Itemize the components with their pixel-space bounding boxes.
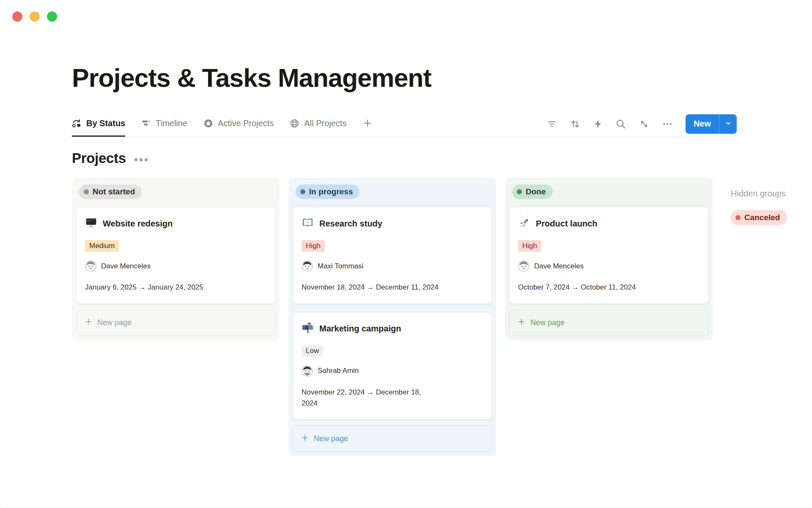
status-dot — [84, 189, 89, 194]
new-button-dropdown[interactable] — [719, 114, 737, 134]
status-dot — [735, 215, 741, 220]
view-controls: New — [546, 111, 737, 137]
card-date-range: November 22, 2024 → December 18, 2024 — [302, 387, 428, 409]
globe-icon — [290, 119, 299, 128]
avatar — [518, 260, 529, 272]
tab-by-status[interactable]: By Status — [72, 111, 125, 137]
assignee-row: Dave Menceles — [85, 260, 266, 272]
section-header: Projects — [72, 150, 737, 166]
avatar — [85, 260, 96, 272]
group-header-in-progress[interactable]: In progress — [296, 185, 359, 199]
tab-timeline[interactable]: Timeline — [141, 111, 187, 137]
tab-all-projects[interactable]: All Projects — [290, 111, 346, 137]
new-button[interactable]: New — [686, 114, 737, 134]
project-card-research-study[interactable]: Research study High Maxi Tommasi — [293, 207, 492, 304]
filter-icon[interactable] — [546, 119, 557, 130]
new-page-button[interactable]: New page — [509, 310, 708, 336]
column-in-progress: In progress Research study Hig — [288, 178, 496, 456]
tab-label: All Projects — [304, 119, 346, 128]
open-book-icon — [302, 217, 314, 231]
new-page-label: New page — [530, 318, 565, 327]
tab-label: Timeline — [156, 119, 187, 128]
timeline-icon — [141, 119, 151, 128]
assignee-row: Dave Menceles — [518, 260, 700, 272]
avatar — [302, 260, 313, 272]
card-title: Research study — [319, 219, 382, 229]
status-dot — [517, 189, 522, 194]
column-not-started: Not started Website redesign — [72, 178, 280, 340]
rocket-icon — [518, 217, 530, 231]
fullscreen-window-button[interactable] — [47, 11, 57, 22]
new-page-button[interactable]: New page — [293, 425, 492, 452]
group-header-not-started[interactable]: Not started — [79, 185, 142, 199]
plus-icon — [362, 118, 373, 130]
card-date-range: January 6, 2025 → January 24, 2025 — [85, 282, 266, 293]
chevron-down-icon — [724, 119, 732, 129]
card-title: Product launch — [536, 219, 598, 229]
avatar — [302, 365, 313, 377]
card-title: Website redesign — [103, 219, 173, 229]
card-date-range: November 18, 2024 → December 11, 2024 — [302, 282, 483, 293]
priority-badge: High — [302, 240, 325, 252]
tab-active-projects[interactable]: Active Projects — [203, 111, 274, 137]
plus-icon — [301, 433, 309, 444]
status-board-icon — [72, 119, 82, 128]
project-card-website-redesign[interactable]: Website redesign Medium Dave Men — [76, 207, 275, 304]
group-label: Canceled — [744, 213, 780, 222]
automation-icon[interactable] — [593, 119, 603, 129]
search-icon[interactable] — [615, 119, 626, 130]
minimize-window-button[interactable] — [30, 11, 40, 22]
hidden-groups-rail: Hidden groups Canceled — [731, 178, 807, 225]
ellipsis-icon[interactable] — [134, 156, 148, 161]
hidden-group-canceled[interactable]: Canceled — [731, 210, 787, 225]
new-page-button[interactable]: New page — [76, 310, 275, 336]
window-controls — [12, 11, 57, 22]
assignee-row: Maxi Tommasi — [302, 260, 483, 272]
assignee-name: Dave Menceles — [101, 262, 151, 271]
expand-icon[interactable] — [639, 119, 650, 130]
card-date-range: October 7, 2024 → October 11, 2024 — [518, 282, 700, 293]
column-done: Done — [505, 178, 713, 340]
view-tabbar: By Status Timeline — [72, 111, 737, 137]
hidden-groups-label: Hidden groups — [731, 189, 807, 199]
new-page-label: New page — [314, 434, 348, 443]
sort-icon[interactable] — [570, 119, 581, 130]
priority-badge: High — [518, 240, 541, 252]
assignee-name: Sohrab Amin — [318, 367, 359, 375]
group-header-done[interactable]: Done — [512, 185, 553, 199]
new-button-label[interactable]: New — [686, 114, 719, 134]
assignee-row: Sohrab Amin — [302, 365, 483, 377]
new-page-label: New page — [97, 318, 132, 327]
group-label: Not started — [93, 187, 135, 196]
tab-label: Active Projects — [218, 119, 274, 128]
assignee-name: Maxi Tommasi — [318, 262, 363, 271]
tab-label: By Status — [86, 119, 125, 128]
page-title: Projects & Tasks Management — [72, 0, 737, 92]
add-view-button[interactable] — [362, 111, 373, 137]
star-circle-icon — [203, 119, 213, 128]
app-window: Projects & Tasks Management By Status — [0, 0, 812, 508]
status-dot — [300, 189, 305, 194]
mailbox-icon — [302, 322, 314, 336]
desktop-computer-icon — [85, 217, 97, 231]
section-title: Projects — [72, 150, 126, 166]
group-label: In progress — [309, 187, 353, 196]
plus-icon — [517, 318, 526, 328]
priority-badge: Low — [302, 345, 323, 357]
more-icon[interactable] — [662, 119, 673, 130]
close-window-button[interactable] — [12, 11, 22, 22]
plus-icon — [84, 318, 93, 328]
project-card-product-launch[interactable]: Product launch High Dave Mencele — [509, 207, 708, 304]
card-title: Marketing campaign — [319, 324, 401, 334]
assignee-name: Dave Menceles — [534, 262, 584, 271]
kanban-board: Not started Website redesign — [72, 178, 807, 456]
project-card-marketing-campaign[interactable]: Marketing campaign Low — [293, 312, 492, 420]
priority-badge: Medium — [85, 240, 119, 252]
group-label: Done — [526, 187, 546, 196]
